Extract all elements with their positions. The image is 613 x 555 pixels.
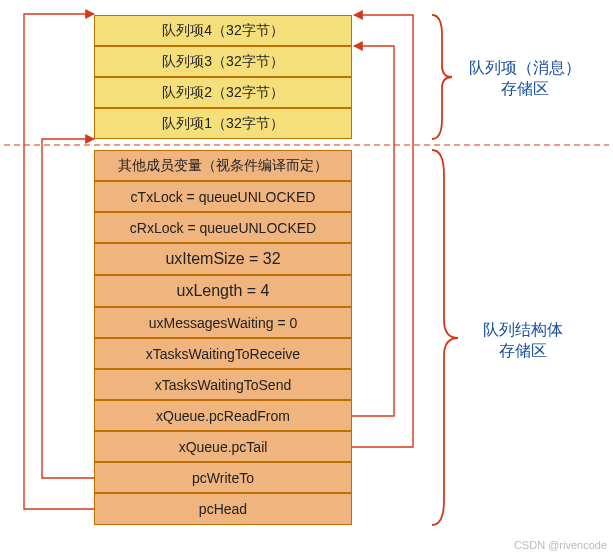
struct-xqueue-pcreadfrom: xQueue.pcReadFrom [94, 400, 352, 431]
struct-pchead: pcHead [94, 493, 352, 525]
cell-text: pcHead [199, 501, 247, 517]
cell-text: xTasksWaitingToSend [155, 377, 291, 393]
cell-text: xTasksWaitingToReceive [146, 346, 300, 362]
struct-xtaskswaitingtosend: xTasksWaitingToSend [94, 369, 352, 400]
queue-struct-region-label: 队列结构体存储区 [463, 320, 583, 362]
cell-text: 队列项3（32字节） [162, 53, 283, 71]
cell-text: pcWriteTo [192, 470, 254, 486]
watermark-text: CSDN @rivencode [514, 539, 607, 551]
struct-xqueue-pctail: xQueue.pcTail [94, 431, 352, 462]
queue-item-2: 队列项2（32字节） [94, 77, 352, 108]
label-text: 队列项（消息）存储区 [469, 59, 581, 97]
struct-uxitemsize: uxItemSize = 32 [94, 243, 352, 275]
cell-text: 队列项4（32字节） [162, 22, 283, 40]
pointer-pcreadfrom-arrow [352, 46, 394, 416]
cell-text: cRxLock = queueUNLOCKED [130, 220, 316, 236]
cell-text: cTxLock = queueUNLOCKED [131, 189, 316, 205]
brace-queue-struct [432, 150, 458, 525]
struct-pcwriteto: pcWriteTo [94, 462, 352, 493]
struct-other-members: 其他成员变量（视条件编译而定） [94, 150, 352, 181]
cell-text: xQueue.pcTail [179, 439, 268, 455]
label-text: 队列结构体存储区 [483, 321, 563, 359]
queue-item-1: 队列项1（32字节） [94, 108, 352, 139]
cell-text: uxMessagesWaiting = 0 [149, 315, 298, 331]
queue-item-4: 队列项4（32字节） [94, 15, 352, 46]
brace-queue-items [432, 15, 452, 139]
queue-item-3: 队列项3（32字节） [94, 46, 352, 77]
cell-text: 其他成员变量（视条件编译而定） [118, 157, 328, 175]
queue-items-region-label: 队列项（消息）存储区 [455, 58, 595, 100]
struct-xtaskswaitingtoreceive: xTasksWaitingToReceive [94, 338, 352, 369]
pointer-pcwriteto-arrow [42, 139, 94, 478]
struct-ctxlock: cTxLock = queueUNLOCKED [94, 181, 352, 212]
cell-text: 队列项2（32字节） [162, 84, 283, 102]
cell-text: uxLength = 4 [177, 282, 270, 300]
watermark: CSDN @rivencode [514, 539, 607, 551]
cell-text: 队列项1（32字节） [162, 115, 283, 133]
cell-text: xQueue.pcReadFrom [156, 408, 290, 424]
struct-uxmessageswaiting: uxMessagesWaiting = 0 [94, 307, 352, 338]
cell-text: uxItemSize = 32 [165, 250, 280, 268]
pointer-pchead-arrow [24, 14, 94, 509]
struct-uxlength: uxLength = 4 [94, 275, 352, 307]
pointer-pctail-arrow [352, 15, 413, 447]
struct-crxlock: cRxLock = queueUNLOCKED [94, 212, 352, 243]
